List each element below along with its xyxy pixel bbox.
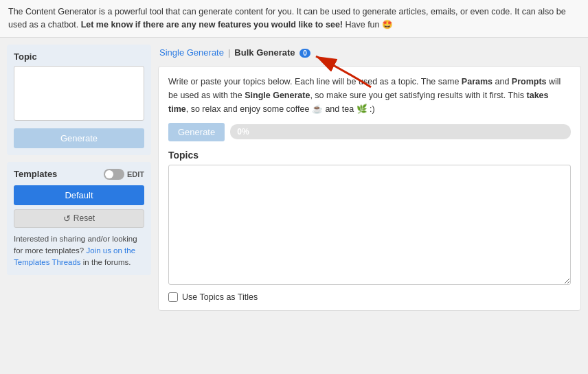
params-bold: Params [462, 77, 493, 86]
single-gen-bold: Single Generate [245, 91, 310, 100]
reset-button[interactable]: ↺ Reset [14, 209, 144, 228]
templates-threads-link[interactable]: Templates Threads [14, 258, 81, 266]
bulk-description: Write or paste your topics below. Each l… [168, 75, 571, 116]
progress-label: 0% [237, 127, 249, 137]
tab-bar: Single Generate | Bulk Generate 0 [158, 45, 581, 60]
footer-suffix: in the forums. [81, 258, 131, 266]
topics-textarea[interactable] [168, 165, 571, 285]
content-area: Single Generate | Bulk Generate 0 Write … [158, 45, 581, 311]
edit-toggle: EDIT [104, 169, 144, 180]
tab-bulk-label: Bulk Generate [234, 47, 295, 58]
templates-footer: Interested in sharing and/or looking for… [14, 233, 144, 269]
prompts-bold: Prompts [512, 77, 547, 86]
templates-title: Templates [14, 169, 57, 179]
bulk-generate-button[interactable]: Generate [168, 123, 225, 141]
topic-input[interactable] [14, 66, 144, 121]
edit-toggle-switch[interactable] [104, 169, 124, 180]
reset-icon: ↺ [63, 213, 71, 224]
top-banner: The Content Generator is a powerful tool… [0, 0, 588, 38]
templates-header: Templates EDIT [14, 169, 144, 180]
banner-text: The Content Generator is a powerful tool… [8, 7, 566, 30]
generate-bar: Generate 0% [168, 123, 571, 141]
use-topics-checkbox[interactable] [168, 292, 178, 302]
use-topics-label: Use Topics as Titles [182, 292, 258, 302]
use-topics-row: Use Topics as Titles [168, 292, 571, 302]
tab-single-generate[interactable]: Single Generate [159, 45, 224, 60]
tab-separator: | [228, 47, 230, 58]
sidebar-generate-button[interactable]: Generate [14, 128, 144, 148]
takes-time-bold: takes time [168, 91, 549, 114]
topic-card: Topic Generate [7, 45, 151, 155]
topics-section-label: Topics [168, 150, 571, 161]
reset-label: Reset [74, 213, 95, 223]
topic-label: Topic [14, 51, 144, 62]
templates-card: Templates EDIT Default ↺ Reset Intereste… [7, 162, 151, 276]
join-link[interactable]: Join us on the [86, 246, 135, 255]
edit-label: EDIT [127, 170, 144, 178]
bulk-badge: 0 [299, 49, 310, 58]
default-template-button[interactable]: Default [14, 185, 144, 205]
sidebar: Topic Generate Templates EDIT Default ↺ … [7, 45, 151, 311]
tab-bulk-generate[interactable]: Bulk Generate 0 [234, 45, 310, 60]
bulk-generate-card: Write or paste your topics below. Each l… [158, 66, 581, 311]
progress-container: 0% [230, 124, 571, 139]
